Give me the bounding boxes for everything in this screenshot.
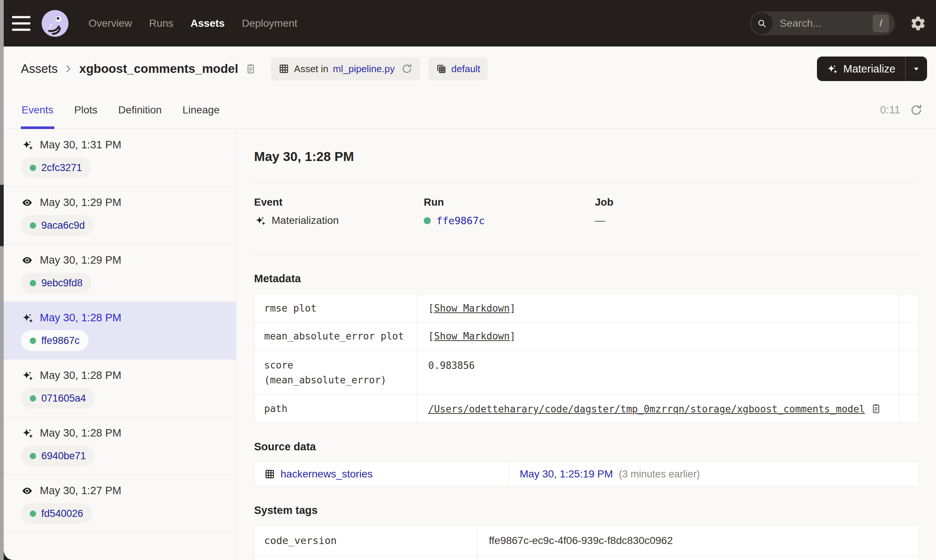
materialization-sparkle-icon: [21, 140, 34, 150]
run-id-badge[interactable]: 9ebc9fd8: [21, 272, 91, 293]
page-title: xgboost_comments_model: [79, 62, 238, 76]
event-timestamp[interactable]: May 30, 1:29 PM: [40, 196, 121, 209]
event-list-item[interactable]: May 30, 1:28 PM 071605a4: [0, 360, 236, 417]
metadata-table: rmse plot [Show Markdown] mean_absolute_…: [254, 294, 919, 423]
event-timestamp[interactable]: May 30, 1:29 PM: [40, 254, 121, 266]
run-status-dot: [30, 338, 36, 344]
event-list-item[interactable]: May 30, 1:28 PM 6940be71: [0, 417, 236, 475]
event-list-item-selected[interactable]: May 30, 1:28 PM ffe9867c: [0, 302, 236, 360]
nav-item-deployment[interactable]: Deployment: [242, 17, 297, 29]
metadata-key: path: [264, 403, 288, 414]
event-timestamp[interactable]: May 30, 1:28 PM: [40, 427, 121, 439]
refresh-page-icon[interactable]: [910, 104, 923, 116]
tab-bar: Events Plots Definition Lineage: [21, 91, 220, 129]
event-list-item[interactable]: May 30, 1:31 PM 2cfc3271: [0, 129, 236, 187]
bracket: [: [428, 303, 434, 314]
nav-item-runs[interactable]: Runs: [149, 17, 173, 29]
event-timestamp[interactable]: May 30, 1:27 PM: [40, 485, 121, 497]
run-status-dot: [424, 217, 431, 224]
run-id-link[interactable]: 071605a4: [41, 393, 86, 404]
job-column-label: Job: [595, 196, 919, 208]
run-id-badge[interactable]: 6940be71: [21, 445, 95, 466]
metadata-key: score: [264, 358, 416, 372]
hamburger-menu-icon[interactable]: [12, 16, 31, 31]
event-detail-title: May 30, 1:28 PM: [254, 148, 919, 165]
materialize-split-button: Materialize: [817, 57, 927, 81]
copy-asset-name-icon[interactable]: [245, 63, 257, 75]
run-id-link[interactable]: 9ebc9fd8: [41, 277, 83, 289]
bracket: ]: [510, 303, 516, 314]
run-id-badge[interactable]: ffe9867c: [21, 330, 89, 351]
search-input[interactable]: Search... /: [750, 12, 895, 35]
asset-group-badge: default: [428, 57, 488, 80]
nav-item-assets[interactable]: Assets: [191, 17, 225, 29]
breadcrumb-assets-link[interactable]: Assets: [21, 62, 58, 76]
materialize-button[interactable]: Materialize: [817, 57, 905, 81]
run-status-dot: [30, 511, 36, 517]
run-id-badge[interactable]: 9aca6c9d: [21, 215, 94, 236]
run-status-dot: [30, 453, 36, 459]
settings-gear-icon[interactable]: [910, 15, 926, 32]
metadata-row-path: path /Users/odetteharary/code/dagster/tm…: [254, 395, 919, 423]
run-id-link[interactable]: ffe9867c: [436, 215, 485, 226]
dagster-octopus-icon: [42, 10, 68, 37]
metadata-value: 0.983856: [428, 360, 475, 371]
run-id-link[interactable]: ffe9867c: [41, 335, 80, 346]
dagster-logo[interactable]: [42, 10, 68, 37]
reload-definition-icon[interactable]: [402, 63, 413, 74]
run-status-dot: [30, 165, 36, 171]
tab-lineage[interactable]: Lineage: [182, 91, 221, 129]
metadata-row-mae-plot: mean_absolute_error plot [Show Markdown]: [254, 322, 919, 350]
run-id-link[interactable]: fd540026: [41, 508, 83, 520]
observation-eye-icon: [21, 255, 34, 266]
asset-grid-icon: [278, 63, 289, 74]
event-timestamp[interactable]: May 30, 1:31 PM: [40, 139, 121, 151]
source-data-table: hackernews_stories May 30, 1:25:19 PM (3…: [254, 462, 919, 486]
metadata-row-rmse-plot: rmse plot [Show Markdown]: [254, 294, 919, 322]
event-timestamp[interactable]: May 30, 1:28 PM: [40, 369, 121, 382]
materialize-dropdown-button[interactable]: [905, 57, 927, 81]
run-id-badge[interactable]: fd540026: [21, 503, 92, 524]
breadcrumb-chevron-icon: [63, 63, 74, 74]
show-markdown-link[interactable]: Show Markdown: [434, 303, 510, 314]
materialization-sparkle-icon: [21, 313, 34, 323]
run-id-link[interactable]: 9aca6c9d: [41, 220, 85, 231]
tab-definition[interactable]: Definition: [117, 91, 163, 129]
run-status-dot: [30, 222, 36, 229]
storage-path-link[interactable]: /Users/odetteharary/code/dagster/tmp_0mz…: [428, 403, 865, 415]
asset-definition-badge: Asset in ml_pipeline.py: [271, 57, 420, 80]
event-list-item[interactable]: May 30, 1:27 PM fd540026: [0, 475, 236, 532]
metadata-key-sub: (mean_absolute_error): [264, 372, 416, 388]
run-id-badge[interactable]: 071605a4: [21, 388, 95, 409]
materialization-sparkle-icon: [21, 370, 34, 381]
asset-header-row: Assets xgboost_comments_model Asset in m…: [0, 46, 936, 91]
source-data-row: hackernews_stories May 30, 1:25:19 PM (3…: [254, 462, 919, 486]
show-markdown-link[interactable]: Show Markdown: [434, 331, 510, 342]
materialization-sparkle-icon: [21, 428, 34, 438]
observation-eye-icon: [21, 485, 34, 496]
group-default-link[interactable]: default: [451, 63, 480, 75]
nav-item-overview[interactable]: Overview: [89, 17, 132, 29]
asset-grid-icon: [264, 469, 275, 480]
bracket: ]: [510, 331, 516, 342]
source-materialization-time-link[interactable]: May 30, 1:25:19 PM: [520, 468, 613, 480]
event-detail-panel: May 30, 1:28 PM Event Materialization Ru…: [236, 129, 936, 560]
system-tags-table: code_version ffe9867c-ec9c-4f06-939c-f8d…: [254, 525, 919, 560]
event-list-item[interactable]: May 30, 1:29 PM 9aca6c9d: [0, 187, 236, 244]
source-asset-link[interactable]: hackernews_stories: [280, 468, 373, 480]
event-list-item[interactable]: May 30, 1:29 PM 9ebc9fd8: [0, 244, 236, 302]
metadata-key: mean_absolute_error plot: [264, 331, 404, 342]
pipeline-file-link[interactable]: ml_pipeline.py: [333, 63, 395, 75]
asset-tabs-row: Events Plots Definition Lineage 0:11: [0, 91, 936, 129]
tab-events[interactable]: Events: [21, 91, 54, 129]
run-id-link[interactable]: 6940be71: [41, 450, 86, 462]
system-tag-value: ffe9867c-ec9c-4f06-939c-f8dc830c0962: [489, 535, 673, 546]
event-timestamp[interactable]: May 30, 1:28 PM: [40, 312, 121, 324]
system-tag-key: code_version: [264, 535, 337, 546]
event-type-value: Materialization: [272, 215, 339, 226]
run-id-badge[interactable]: 2cfc3271: [21, 157, 91, 178]
run-status-dot: [30, 280, 36, 286]
copy-path-icon[interactable]: [870, 403, 882, 415]
tab-plots[interactable]: Plots: [74, 91, 98, 129]
run-id-link[interactable]: 2cfc3271: [41, 162, 82, 174]
